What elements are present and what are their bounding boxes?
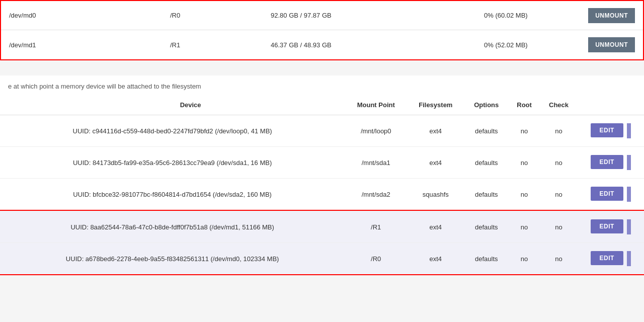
fstab-root: no — [509, 115, 540, 147]
table-header-row: Device Mount Point Filesystem Options Ro… — [0, 95, 644, 115]
col-header-device: Device — [0, 95, 345, 115]
table-row: UUID: c944116d-c559-448d-bed0-2247fd79bf… — [0, 115, 644, 147]
raid-size-0: 92.80 GB / 97.87 GB — [271, 12, 484, 19]
fstab-check: no — [540, 211, 578, 243]
fstab-section: e at which point a memory device will be… — [0, 75, 644, 275]
fstab-mount-point: /mnt/loop0 — [345, 115, 407, 147]
raid-size-1: 46.37 GB / 48.93 GB — [271, 41, 484, 49]
raid-device-1: /dev/md1 — [9, 41, 170, 49]
spacer — [0, 60, 644, 75]
fstab-mount-point: /R0 — [345, 243, 407, 275]
fstab-actions: EDIT — [578, 115, 644, 147]
fstab-options: defaults — [464, 147, 509, 179]
edit-button[interactable]: EDIT — [591, 155, 623, 169]
col-header-options: Options — [464, 95, 509, 115]
edit-button[interactable]: EDIT — [591, 187, 623, 201]
fstab-check: no — [540, 147, 578, 179]
raid-usage-1: 0% (52.02 MB) — [484, 41, 585, 49]
col-header-check: Check — [540, 95, 578, 115]
fstab-check: no — [540, 179, 578, 211]
edit-button[interactable]: EDIT — [591, 251, 623, 265]
fstab-options: defaults — [464, 179, 509, 211]
fstab-device: UUID: c944116d-c559-448d-bed0-2247fd79bf… — [0, 115, 345, 147]
raid-mount-1: /R1 — [170, 41, 271, 49]
edit-button[interactable]: EDIT — [591, 123, 623, 137]
fstab-actions: EDIT — [578, 243, 644, 275]
raid-usage-0: 0% (60.02 MB) — [484, 12, 585, 19]
fstab-check: no — [540, 243, 578, 275]
raid-device-0: /dev/md0 — [9, 12, 170, 19]
table-row-highlighted: UUID: 8aa62544-78a6-47c0-b8de-fdff0f7b51… — [0, 211, 644, 243]
fstab-filesystem: ext4 — [407, 211, 464, 243]
fstab-device: UUID: 84173db5-fa99-e35a-95c6-28613cc79e… — [0, 147, 345, 179]
drag-handle[interactable] — [627, 251, 631, 266]
raid-mount-0: /R0 — [170, 12, 271, 19]
col-header-filesystem: Filesystem — [407, 95, 464, 115]
unmount-button-0[interactable]: UNMOUNT — [588, 8, 635, 23]
fstab-filesystem: ext4 — [407, 243, 464, 275]
col-header-actions — [578, 95, 644, 115]
fstab-options: defaults — [464, 115, 509, 147]
fstab-filesystem: squashfs — [407, 179, 464, 211]
fstab-device: UUID: bfcbce32-981077bc-f8604814-d7bd165… — [0, 179, 345, 211]
fstab-mount-point: /mnt/sda1 — [345, 147, 407, 179]
description-text: e at which point a memory device will be… — [8, 83, 201, 90]
raid-row: /dev/md0 /R0 92.80 GB / 97.87 GB 0% (60.… — [1, 1, 643, 30]
unmount-button-1[interactable]: UNMOUNT — [588, 37, 635, 52]
fstab-device: UUID: 8aa62544-78a6-47c0-b8de-fdff0f7b51… — [0, 211, 345, 243]
fstab-device: UUID: a678bed6-2278-4eeb-9a55-f834825613… — [0, 243, 345, 275]
drag-handle[interactable] — [627, 187, 631, 202]
table-row-highlighted: UUID: a678bed6-2278-4eeb-9a55-f834825613… — [0, 243, 644, 275]
col-header-mount: Mount Point — [345, 95, 407, 115]
fstab-mount-point: /mnt/sda2 — [345, 179, 407, 211]
fstab-options: defaults — [464, 211, 509, 243]
fstab-actions: EDIT — [578, 211, 644, 243]
fstab-table: Device Mount Point Filesystem Options Ro… — [0, 95, 644, 275]
col-header-root: Root — [509, 95, 540, 115]
fstab-root: no — [509, 147, 540, 179]
table-row: UUID: bfcbce32-981077bc-f8604814-d7bd165… — [0, 179, 644, 211]
fstab-filesystem: ext4 — [407, 115, 464, 147]
raid-section: /dev/md0 /R0 92.80 GB / 97.87 GB 0% (60.… — [0, 0, 644, 60]
table-row: UUID: 84173db5-fa99-e35a-95c6-28613cc79e… — [0, 147, 644, 179]
drag-handle[interactable] — [627, 219, 631, 234]
fstab-actions: EDIT — [578, 179, 644, 211]
fstab-filesystem: ext4 — [407, 147, 464, 179]
fstab-root: no — [509, 179, 540, 211]
fstab-mount-point: /R1 — [345, 211, 407, 243]
fstab-actions: EDIT — [578, 147, 644, 179]
fstab-root: no — [509, 211, 540, 243]
raid-action-1: UNMOUNT — [585, 37, 635, 52]
edit-button[interactable]: EDIT — [591, 219, 623, 233]
drag-handle[interactable] — [627, 155, 631, 170]
fstab-root: no — [509, 243, 540, 275]
fstab-options: defaults — [464, 243, 509, 275]
fstab-description: e at which point a memory device will be… — [0, 75, 644, 95]
raid-row: /dev/md1 /R1 46.37 GB / 48.93 GB 0% (52.… — [1, 30, 643, 59]
drag-handle[interactable] — [627, 123, 631, 138]
raid-action-0: UNMOUNT — [585, 8, 635, 23]
fstab-check: no — [540, 115, 578, 147]
